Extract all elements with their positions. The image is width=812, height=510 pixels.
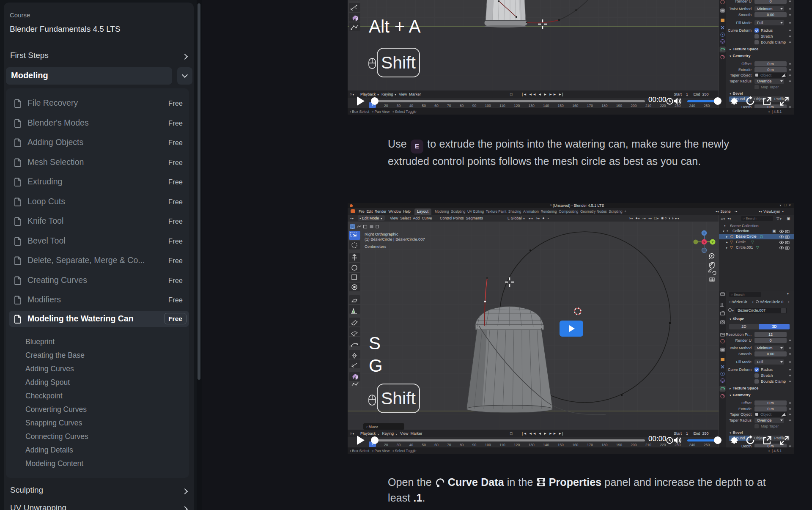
svg-text:z: z [703, 231, 705, 235]
svg-text:x: x [703, 240, 705, 244]
svg-text:Y: Y [711, 240, 714, 244]
